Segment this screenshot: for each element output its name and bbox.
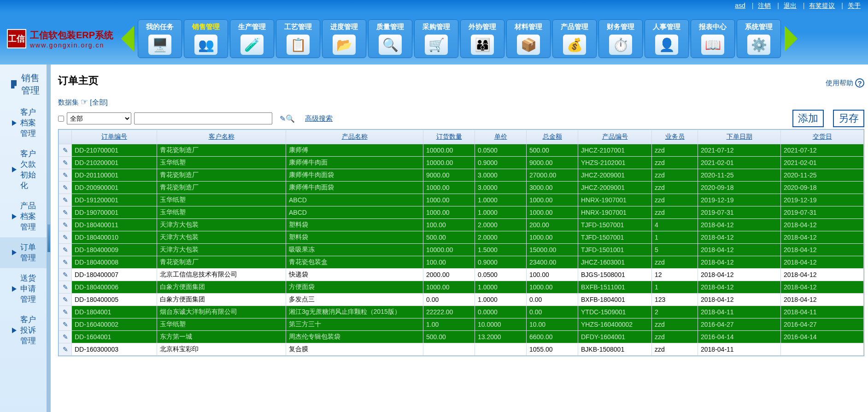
nav-13[interactable]: 系统管理⚙️ — [737, 19, 781, 58]
row-edit-cell[interactable]: ✎ — [59, 306, 72, 318]
row-edit-cell[interactable]: ✎ — [59, 244, 72, 256]
nav-12[interactable]: 报表中心📖 — [691, 19, 735, 58]
cell: 2018-04-12 — [781, 269, 864, 281]
row-edit-cell[interactable]: ✎ — [59, 219, 72, 231]
table-row[interactable]: ✎DD-191200001玉华纸塑ABCD1000.001.00001000.0… — [59, 194, 864, 206]
table-row[interactable]: ✎DD-180400006白象方便面集团方便面袋1000.001.0000100… — [59, 281, 864, 294]
sidebar-item-3[interactable]: 订单管理 — [0, 237, 47, 268]
filter-checkbox[interactable] — [58, 116, 64, 122]
nav-3[interactable]: 工艺管理📋 — [276, 19, 320, 58]
cell: 1000.00 — [423, 281, 475, 294]
edit-search-icon[interactable]: ✎🔍 — [280, 114, 295, 123]
filter-input[interactable] — [134, 112, 272, 124]
nav-8[interactable]: 材料管理📦 — [506, 19, 551, 58]
nav-prev-icon[interactable] — [121, 26, 134, 52]
cell: 2018-04-12 — [698, 281, 781, 294]
col-header-2[interactable]: 产品名称 — [286, 130, 423, 144]
logout-link[interactable]: 注销 — [758, 2, 771, 9]
col-header-8[interactable]: 下单日期 — [698, 130, 781, 144]
col-header-3[interactable]: 订货数量 — [423, 130, 475, 144]
col-header-6[interactable]: 产品编号 — [578, 130, 652, 144]
row-edit-cell[interactable]: ✎ — [59, 256, 72, 269]
add-button[interactable]: 添加 — [792, 110, 824, 127]
suggest-link[interactable]: 有奖提议 — [809, 2, 835, 9]
flag-icon — [11, 80, 17, 88]
nav-9[interactable]: 产品管理💰 — [552, 19, 597, 58]
table-row[interactable]: ✎DD-180400007北京工信信息技术有限公司快递袋2000.000.050… — [59, 269, 864, 281]
col-header-0[interactable]: 订单编号 — [72, 130, 157, 144]
cell: DD-180400006 — [72, 281, 157, 294]
col-header-9[interactable]: 交货日 — [781, 130, 864, 144]
cell: DD-180400011 — [72, 219, 157, 231]
row-edit-cell[interactable]: ✎ — [59, 269, 72, 281]
sidebar-item-0[interactable]: 客户档案管理 — [0, 102, 47, 144]
cell: DD-210200001 — [72, 157, 157, 169]
cell: 吸吸果冻 — [286, 244, 423, 256]
table-row[interactable]: ✎DD-160300003北京科宝彩印复合膜1055.00BJKB-150800… — [59, 343, 864, 356]
row-edit-cell[interactable]: ✎ — [59, 343, 72, 356]
row-edit-cell[interactable]: ✎ — [59, 281, 72, 294]
nav-1[interactable]: 销售管理👥 — [184, 19, 228, 58]
row-edit-cell[interactable]: ✎ — [59, 194, 72, 206]
table-row[interactable]: ✎DD-1804001烟台东诚大洋制药有限公司湘江3g无蔗糖消风止痒颗粒（201… — [59, 306, 864, 318]
sidebar-item-4[interactable]: 送货申请管理 — [0, 268, 47, 310]
table-row[interactable]: ✎DD-180400010天津方大包装塑料袋500.002.00001000.0… — [59, 231, 864, 244]
col-header-1[interactable]: 客户名称 — [157, 130, 286, 144]
row-edit-cell[interactable]: ✎ — [59, 294, 72, 306]
cell: JHCZ-2009001 — [578, 182, 652, 194]
table-row[interactable]: ✎DD-190700001玉华纸塑ABCD1000.001.00001000.0… — [59, 206, 864, 219]
sidebar-item-2[interactable]: 产品档案管理 — [0, 196, 47, 237]
row-edit-cell[interactable]: ✎ — [59, 169, 72, 182]
row-edit-cell[interactable]: ✎ — [59, 144, 72, 157]
nav-6[interactable]: 采购管理🛒 — [414, 19, 458, 58]
table-row[interactable]: ✎DD-200900001青花瓷制造厂康师傅牛肉面袋1000.003.00003… — [59, 182, 864, 194]
sidebar-item-5[interactable]: 客户投诉管理 — [0, 310, 47, 351]
table-row[interactable]: ✎DD-210700001青花瓷制造厂康师傅10000.000.0500500.… — [59, 144, 864, 157]
table-row[interactable]: ✎DD-210200001玉华纸塑康师傅牛肉面10000.000.9000900… — [59, 157, 864, 169]
table-row[interactable]: ✎DD-201100001青花瓷制造厂康师傅牛肉面袋9000.003.00002… — [59, 169, 864, 182]
cell: 1000.00 — [527, 206, 578, 219]
exit-link[interactable]: 退出 — [784, 2, 797, 9]
cell: 2018-04-12 — [781, 244, 864, 256]
filter-select[interactable]: 全部 — [67, 112, 131, 124]
arrow-icon — [12, 250, 17, 255]
advanced-search-link[interactable]: 高级搜索 — [305, 114, 333, 123]
row-edit-cell[interactable]: ✎ — [59, 318, 72, 331]
nav-7[interactable]: 外协管理👨‍👩‍👦 — [460, 19, 504, 58]
sidebar-title-label: 销售管理 — [21, 72, 42, 97]
dataset-indicator[interactable]: 数据集 ☞ [全部] — [58, 97, 864, 107]
col-header-7[interactable]: 业务员 — [652, 130, 698, 144]
row-edit-cell[interactable]: ✎ — [59, 331, 72, 343]
table-row[interactable]: ✎DD-1604001东方第一城周杰伦专辑包装袋500.0013.2000660… — [59, 331, 864, 343]
about-link[interactable]: 关于 — [848, 2, 861, 9]
table-row[interactable]: ✎DD-160400002玉华纸塑第三方三十1.0010.000010.00YH… — [59, 318, 864, 331]
table-row[interactable]: ✎DD-180400009天津方大包装吸吸果冻10000.001.5000150… — [59, 244, 864, 256]
table-row[interactable]: ✎DD-180400008青花瓷制造厂青花瓷包装盒100.000.9000234… — [59, 256, 864, 269]
col-header-4[interactable]: 单价 — [475, 130, 527, 144]
col-header-5[interactable]: 总金额 — [527, 130, 578, 144]
nav-4[interactable]: 进度管理📂 — [322, 19, 366, 58]
save-as-button[interactable]: 另存 — [833, 110, 864, 127]
row-edit-cell[interactable]: ✎ — [59, 157, 72, 169]
nav-next-icon[interactable] — [785, 26, 798, 52]
nav-5[interactable]: 质量管理🔍 — [368, 19, 412, 58]
nav-10[interactable]: 财务管理⏱️ — [598, 19, 643, 58]
help-link[interactable]: 使用帮助 ? — [826, 78, 864, 88]
cell: 2018-04-11 — [781, 306, 864, 318]
sidebar-item-1[interactable]: 客户欠款初始化 — [0, 144, 47, 196]
splitter[interactable] — [47, 65, 51, 412]
cell: 13.2000 — [475, 331, 527, 343]
row-edit-cell[interactable]: ✎ — [59, 182, 72, 194]
cell: 2019-07-31 — [781, 206, 864, 219]
table-row[interactable]: ✎DD-180400011天津方大包装塑料袋100.002.0000200.00… — [59, 219, 864, 231]
nav-11[interactable]: 人事管理👤 — [645, 19, 689, 58]
table-row[interactable]: ✎DD-180400005白象方便面集团多发点三0.001.00000.00BX… — [59, 294, 864, 306]
user-link[interactable]: asd — [735, 2, 745, 9]
nav-2[interactable]: 生产管理🧪 — [230, 19, 274, 58]
row-edit-cell[interactable]: ✎ — [59, 206, 72, 219]
cell: 500.00 — [527, 144, 578, 157]
cell: 200.00 — [527, 219, 578, 231]
row-edit-cell[interactable]: ✎ — [59, 231, 72, 244]
arrow-icon — [12, 120, 17, 126]
nav-0[interactable]: 我的任务🖥️ — [138, 19, 182, 58]
